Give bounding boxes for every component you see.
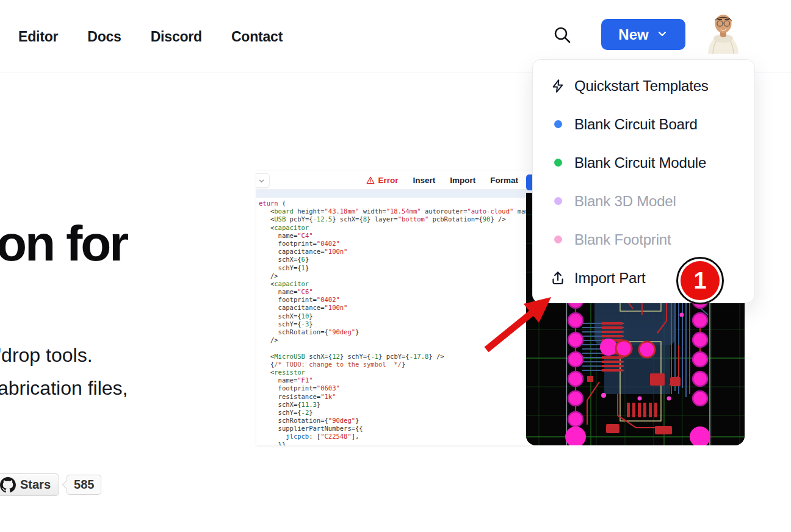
warning-triangle-icon — [366, 176, 375, 184]
code-line: <capacitor — [259, 224, 534, 232]
editor-tab-button[interactable] — [256, 173, 270, 188]
nav-link-editor[interactable]: Editor — [18, 29, 58, 45]
annotation-badge: 1 — [676, 257, 724, 304]
hero-heading-fragment: on for — [0, 215, 127, 272]
error-menu-item[interactable]: Error — [366, 176, 398, 185]
nav-link-discord[interactable]: Discord — [151, 29, 202, 45]
upload-icon — [550, 270, 566, 286]
code-line: schY={-3} — [259, 320, 534, 328]
code-line: footprint="0603" — [259, 384, 534, 392]
code-editor-screenshot: Error Insert Import Format eturn ( <boar… — [256, 171, 534, 445]
code-line: schY={1} — [259, 264, 534, 272]
user-avatar[interactable] — [706, 12, 741, 54]
code-area[interactable]: eturn ( <board height="43.18mm" width="1… — [256, 198, 534, 445]
code-line: footprint="0402" — [259, 296, 534, 304]
page: Editor Docs Discord Contact New — [0, 0, 791, 532]
format-menu-item[interactable]: Format — [490, 176, 518, 185]
code-line: name="F1" — [259, 376, 534, 384]
editor-toolbar: Error Insert Import Format — [256, 171, 534, 190]
code-line: schRotation={"90deg"} — [259, 328, 534, 336]
menu-item-label: Import Part — [574, 270, 646, 287]
code-line: schX={6} — [259, 256, 534, 264]
code-line: eturn ( — [259, 200, 534, 207]
editor-highlight-strip — [256, 190, 534, 198]
github-icon — [0, 477, 16, 493]
import-menu-item[interactable]: Import — [450, 176, 475, 185]
code-line: {/* TODO: change to the symbol */} — [259, 361, 534, 368]
insert-menu-item[interactable]: Insert — [413, 176, 435, 185]
menu-item-blank-circuit-board[interactable]: Blank Circuit Board — [533, 105, 754, 143]
code-line: footprint="0402" — [259, 240, 534, 248]
code-line: <USB pcbY={-12.5} schX={8} layer="bottom… — [259, 215, 534, 223]
github-stars-label: Stars — [20, 478, 51, 492]
code-line: supplierPartNumbers={{ — [259, 425, 534, 433]
code-line: schX={11.3} — [259, 401, 534, 409]
green-dot-icon — [554, 159, 562, 167]
menu-item-blank-circuit-module[interactable]: Blank Circuit Module — [533, 143, 754, 182]
zap-icon — [550, 79, 566, 93]
menu-item-blank-3d-model[interactable]: Blank 3D Model — [533, 182, 754, 220]
code-line: resistance="1k" — [259, 393, 534, 401]
main-nav: Editor Docs Discord Contact — [18, 0, 283, 73]
code-line: capacitance="100n" — [259, 248, 534, 256]
new-button-label: New — [618, 26, 648, 43]
code-line: <capacitor — [259, 280, 534, 288]
code-line: capacitance="100n" — [259, 304, 534, 312]
code-line: jlcpcb: ["C22548"], — [259, 433, 534, 440]
menu-item-label: Blank Circuit Board — [574, 116, 698, 133]
nav-link-docs[interactable]: Docs — [87, 29, 121, 45]
error-label: Error — [378, 176, 398, 185]
hero-body-line1: 'drop tools. — [0, 344, 93, 367]
chevron-down-icon — [656, 26, 668, 43]
nav-link-contact[interactable]: Contact — [231, 29, 283, 45]
menu-item-quickstart-templates[interactable]: Quickstart Templates — [533, 66, 754, 105]
code-line: /> — [259, 272, 534, 280]
search-icon — [553, 26, 571, 46]
new-button[interactable]: New — [601, 19, 685, 50]
code-line: name="C6" — [259, 288, 534, 296]
code-line: <resistor — [259, 368, 534, 376]
menu-item-label: Blank 3D Model — [574, 193, 676, 210]
code-line: schRotation={"90deg"} — [259, 417, 534, 425]
code-line: <board height="43.18mm" width="18.54mm" … — [259, 207, 534, 215]
code-line: }} — [259, 441, 534, 445]
code-line: schY={-2} — [259, 409, 534, 417]
code-line: <MicroUSB schX={12} schY={-1} pcbY={-17.… — [259, 353, 534, 361]
blue-dot-icon — [554, 120, 562, 128]
code-line: name="C4" — [259, 232, 534, 240]
purple-dot-icon — [554, 197, 562, 205]
menu-item-blank-footprint[interactable]: Blank Footprint — [533, 220, 754, 259]
menu-item-label: Blank Footprint — [574, 231, 671, 248]
code-line — [259, 344, 534, 352]
github-stars-button[interactable]: Stars — [0, 473, 59, 496]
hero-body-line2: abrication files, — [0, 377, 128, 400]
annotation-badge-number: 1 — [681, 261, 720, 300]
search-button[interactable] — [551, 24, 573, 46]
menu-item-label: Blank Circuit Module — [574, 154, 706, 171]
editor-toolbar-menu: Error Insert Import Format — [366, 171, 518, 190]
menu-item-label: Quickstart Templates — [574, 77, 709, 95]
chevron-down-icon — [258, 178, 265, 184]
pink-dot-icon — [554, 235, 562, 243]
github-stars-count[interactable]: 585 — [67, 475, 101, 495]
code-line: schX={10} — [259, 312, 534, 320]
new-dropdown-menu: Quickstart Templates Blank Circuit Board… — [532, 59, 755, 303]
code-line: /> — [259, 336, 534, 344]
github-stars-widget: Stars 585 — [0, 473, 101, 496]
